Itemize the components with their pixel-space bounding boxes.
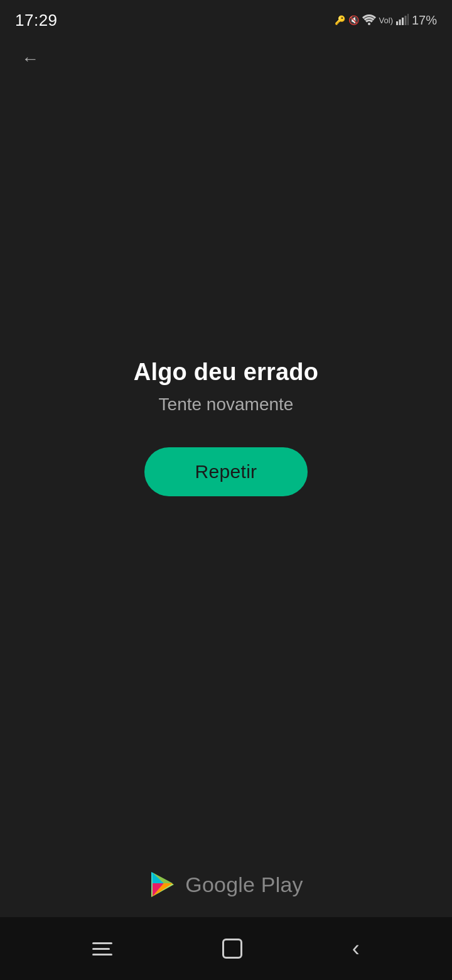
google-play-branding: Google Play	[0, 871, 452, 898]
google-play-logo-icon	[149, 871, 176, 898]
navigation-bar: ‹	[0, 917, 452, 980]
error-subtitle: Tente novamente	[159, 395, 294, 415]
main-content: Algo deu errado Tente novamente Repetir	[0, 0, 452, 980]
recents-bar-3	[92, 954, 112, 956]
home-icon	[222, 939, 242, 959]
error-title: Algo deu errado	[134, 359, 318, 386]
recents-bar-1	[92, 942, 112, 944]
retry-button-label: Repetir	[195, 461, 257, 482]
nav-back-icon: ‹	[352, 935, 360, 962]
google-play-text: Google Play	[185, 873, 303, 897]
recents-button[interactable]	[80, 936, 125, 962]
retry-button[interactable]: Repetir	[144, 447, 308, 496]
recents-bar-2	[92, 948, 110, 950]
recents-icon	[92, 942, 112, 956]
nav-back-button[interactable]: ‹	[340, 929, 372, 968]
home-button[interactable]	[210, 932, 255, 965]
